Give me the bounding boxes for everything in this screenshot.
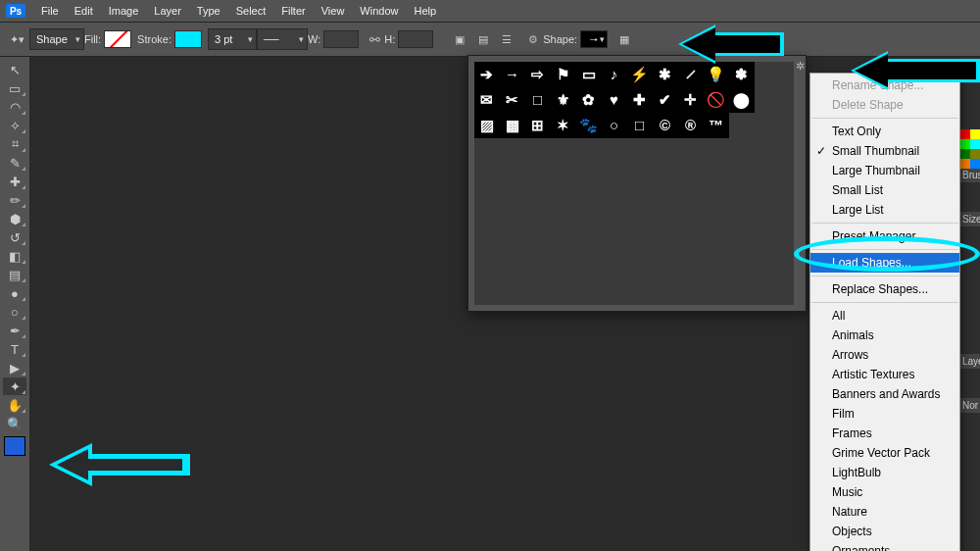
shape-thumb[interactable]: ™: [704, 113, 729, 138]
tool-brush[interactable]: ✏: [3, 191, 26, 209]
stroke-style-dropdown[interactable]: ──: [257, 28, 308, 50]
menu-help[interactable]: Help: [406, 5, 444, 17]
tool-eyedropper[interactable]: ✎: [3, 154, 26, 172]
shape-thumb[interactable]: 💡: [704, 62, 729, 87]
tool-blur[interactable]: ●: [3, 284, 26, 302]
shape-thumb[interactable]: ✔: [653, 87, 678, 113]
tool-marquee[interactable]: ▭: [3, 79, 26, 97]
tool-zoom[interactable]: 🔍: [3, 415, 26, 432]
shape-thumb[interactable]: ⊞: [525, 113, 551, 138]
shape-thumb[interactable]: ⚑: [551, 62, 576, 87]
path-op-new-icon[interactable]: ▣: [449, 29, 470, 49]
ctx-small-list[interactable]: Small List: [810, 180, 959, 200]
path-arrange-icon[interactable]: ☰: [496, 29, 517, 49]
menu-window[interactable]: Window: [352, 5, 406, 17]
shape-thumb[interactable]: ⬤: [729, 87, 755, 113]
shape-mode-dropdown[interactable]: Shape: [29, 28, 84, 50]
tool-healing[interactable]: ✚: [3, 173, 26, 190]
menu-select[interactable]: Select: [228, 5, 274, 17]
shape-thumb[interactable]: ♪: [602, 62, 627, 87]
dock-tab-brush[interactable]: Brus: [958, 168, 980, 182]
shape-thumb[interactable]: ⚡: [627, 62, 653, 87]
shape-thumb[interactable]: ©: [653, 113, 678, 138]
shape-thumb[interactable]: ⚜: [551, 87, 576, 113]
ctx-lightbulb[interactable]: LightBulb: [810, 463, 959, 482]
tool-custom-shape[interactable]: ✦: [3, 377, 26, 395]
shape-thumb[interactable]: □: [525, 87, 551, 113]
shape-thumb[interactable]: □: [627, 113, 653, 138]
shape-thumb[interactable]: 🚫: [704, 87, 729, 113]
tool-dodge[interactable]: ○: [3, 303, 26, 321]
ctx-artistic-textures[interactable]: Artistic Textures: [810, 365, 959, 384]
ctx-banners-and-awards[interactable]: Banners and Awards: [810, 384, 959, 404]
ctx-ornaments[interactable]: Ornaments: [810, 541, 959, 551]
ctx-load-shapes[interactable]: Load Shapes...: [810, 253, 959, 273]
menu-type[interactable]: Type: [189, 5, 228, 17]
color-swatches[interactable]: [960, 129, 980, 169]
shape-thumb[interactable]: ♥: [602, 87, 627, 113]
shape-thumb[interactable]: ✉: [474, 87, 500, 113]
shape-thumb[interactable]: ✛: [678, 87, 704, 113]
ctx-preset-manager[interactable]: Preset Manager...: [810, 226, 959, 246]
shape-thumb[interactable]: ▭: [576, 62, 602, 87]
ctx-objects[interactable]: Objects: [810, 522, 959, 541]
tool-type[interactable]: T: [3, 340, 26, 358]
tool-lasso[interactable]: ◠: [3, 98, 26, 116]
tool-magic-wand[interactable]: ✧: [3, 117, 26, 134]
shape-thumb[interactable]: ✚: [627, 87, 653, 113]
ctx-music[interactable]: Music: [810, 482, 959, 502]
menu-edit[interactable]: Edit: [67, 5, 101, 17]
tool-gradient[interactable]: ▤: [3, 266, 26, 283]
shape-thumb[interactable]: ✽: [729, 62, 755, 87]
shape-thumb[interactable]: ✱: [653, 62, 678, 87]
shape-picker-dropdown[interactable]: [580, 30, 608, 48]
tool-crop[interactable]: ⌗: [3, 135, 26, 153]
shape-thumb[interactable]: ▩: [500, 113, 525, 138]
shape-thumb[interactable]: ✂: [500, 87, 525, 113]
tool-preset-icon[interactable]: ✦▾: [6, 29, 27, 49]
ctx-film[interactable]: Film: [810, 404, 959, 424]
link-wh-icon[interactable]: ⚯: [365, 32, 384, 47]
shape-thumb[interactable]: 🐾: [576, 113, 602, 138]
ctx-arrows[interactable]: Arrows: [810, 345, 959, 365]
path-op-combine-icon[interactable]: ▤: [472, 29, 494, 49]
menu-view[interactable]: View: [314, 5, 353, 17]
shape-thumb[interactable]: ⟋: [678, 62, 704, 87]
ctx-all[interactable]: All: [810, 306, 959, 326]
shape-thumb[interactable]: →: [500, 62, 525, 87]
stroke-swatch[interactable]: [174, 30, 202, 48]
ctx-large-list[interactable]: Large List: [810, 200, 959, 220]
align-edges-icon[interactable]: ▦: [613, 29, 635, 49]
menu-file[interactable]: File: [33, 5, 67, 17]
foreground-color-swatch[interactable]: [4, 436, 25, 456]
ctx-replace-shapes[interactable]: Replace Shapes...: [810, 279, 959, 299]
ctx-small-thumbnail[interactable]: Small Thumbnail: [810, 141, 959, 161]
tool-eraser[interactable]: ◧: [3, 247, 26, 265]
stroke-width-dropdown[interactable]: 3 pt: [208, 28, 257, 50]
gear-icon[interactable]: ⚙: [525, 31, 541, 47]
shape-thumb[interactable]: ▨: [474, 113, 500, 138]
ctx-text-only[interactable]: Text Only: [810, 122, 959, 141]
shape-thumb[interactable]: ➔: [474, 62, 500, 87]
shape-thumb[interactable]: ○: [602, 113, 627, 138]
ctx-frames[interactable]: Frames: [810, 424, 959, 443]
dock-tab-layers[interactable]: Laye: [958, 354, 980, 369]
tool-stamp[interactable]: ⬢: [3, 210, 26, 227]
dock-tab-color[interactable]: Colo: [958, 69, 980, 83]
tool-hand[interactable]: ✋: [3, 396, 26, 414]
fill-swatch[interactable]: [104, 30, 131, 48]
menu-filter[interactable]: Filter: [273, 5, 313, 17]
height-field[interactable]: [398, 30, 433, 48]
width-field[interactable]: [323, 30, 359, 48]
dock-tab-blend[interactable]: Nor: [958, 398, 980, 413]
ctx-animals[interactable]: Animals: [810, 326, 959, 345]
tool-history-brush[interactable]: ↺: [3, 228, 26, 246]
shape-panel-gear-icon[interactable]: ✲: [792, 58, 808, 74]
menu-layer[interactable]: Layer: [146, 5, 189, 17]
shape-thumb[interactable]: ✶: [551, 113, 576, 138]
tool-move[interactable]: ↖: [3, 61, 26, 78]
shape-thumb[interactable]: ®: [678, 113, 704, 138]
tool-pen[interactable]: ✒: [3, 322, 26, 339]
ctx-grime-vector-pack[interactable]: Grime Vector Pack: [810, 443, 959, 463]
menu-image[interactable]: Image: [101, 5, 147, 17]
